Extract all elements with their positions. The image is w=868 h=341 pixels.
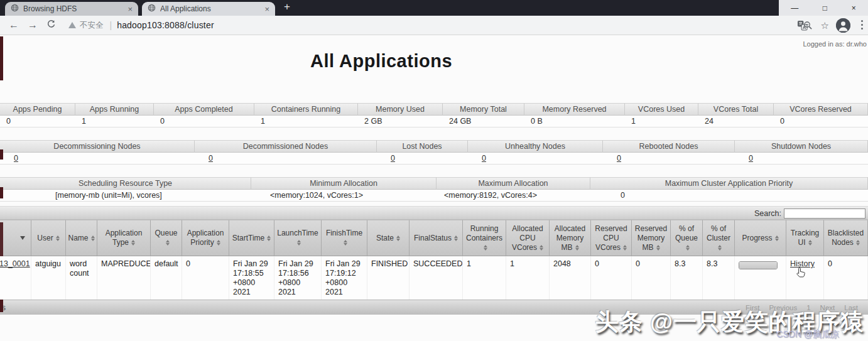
rebooted-nodes-link[interactable]: 0: [617, 154, 621, 163]
sort-icon: [396, 235, 400, 241]
tab-close-icon[interactable]: ×: [127, 5, 133, 13]
logged-in-status: Logged in as: dr.who: [803, 40, 867, 48]
col-tracking-ui[interactable]: Tracking UI: [786, 220, 824, 256]
state-cell: FINISHED: [367, 256, 410, 300]
col-apps-pending: Apps Pending: [0, 103, 75, 116]
tracking-ui-cell: History: [786, 256, 824, 300]
col-name[interactable]: Name: [66, 220, 97, 256]
blacklisted-nodes-cell: 0: [824, 256, 868, 300]
col-id-sorted[interactable]: [0, 220, 31, 256]
col-finalstatus[interactable]: FinalStatus: [410, 220, 463, 256]
col-rebooted-nodes: Rebooted Nodes: [603, 140, 735, 153]
col-application-type[interactable]: Application Type: [97, 220, 151, 256]
col-max-cluster-app-priority: Maximum Cluster Application Priority: [590, 177, 868, 190]
col-reserved-memory-mb[interactable]: Reserved Memory MB: [632, 220, 671, 256]
security-label[interactable]: 不安全: [80, 20, 104, 31]
screen: Browsing HDFS × All Applications × + — □…: [0, 0, 868, 341]
vcores-reserved-value: 0: [774, 116, 868, 127]
shutdown-nodes-link[interactable]: 0: [749, 154, 753, 163]
bookmark-star-icon[interactable]: ☆: [821, 20, 829, 31]
watermark-csdn: CSDN @脑瓜凉: [776, 329, 839, 340]
scheduling-resource-type-value: [memory-mb (unit=Mi), vcores]: [0, 190, 251, 202]
tab-close-icon[interactable]: ×: [264, 5, 269, 13]
apps-completed-value: 0: [154, 116, 254, 127]
user-cell: atguigu: [31, 256, 66, 300]
running-containers-cell: 1: [463, 256, 506, 300]
refresh-icon[interactable]: [46, 19, 56, 31]
cluster-metrics-table: Apps Pending Apps Running Apps Completed…: [0, 103, 868, 127]
col-blacklisted-nodes[interactable]: Blacklisted Nodes: [824, 220, 868, 256]
window-minimize-button[interactable]: —: [791, 4, 798, 12]
sort-icon: [686, 245, 690, 251]
col-starttime[interactable]: StartTime: [229, 220, 274, 256]
maximum-allocation-value: <memory:8192, vCores:4>: [437, 190, 590, 202]
sort-icon: [575, 245, 579, 251]
application-id-link[interactable]: 13_0001: [0, 259, 30, 268]
col-launchtime[interactable]: LaunchTime: [274, 220, 322, 256]
name-cell: word count: [66, 256, 97, 300]
sort-icon: [131, 240, 135, 246]
col-queue[interactable]: Queue: [151, 220, 182, 256]
application-row: 13_0001 atguigu word count MAPREDUCE def…: [0, 256, 868, 300]
zoom-icon[interactable]: [803, 21, 813, 32]
col-memory-reserved: Memory Reserved: [524, 103, 625, 116]
sort-icon: [808, 240, 812, 246]
sort-icon: [56, 235, 60, 241]
applications-table-header: User Name Application Type Queue Applica…: [0, 220, 868, 256]
new-tab-button[interactable]: +: [284, 1, 290, 13]
col-decommissioning-nodes: Decommissioning Nodes: [0, 140, 195, 153]
memory-used-value: 2 GB: [358, 116, 443, 127]
browser-address-bar: ← → 不安全 | hadoop103:8088/cluster ☆: [0, 16, 868, 35]
browser-tab-bar: Browsing HDFS × All Applications × + — □…: [0, 0, 868, 16]
window-close-button[interactable]: ×: [852, 4, 856, 12]
col-memory-used: Memory Used: [358, 103, 443, 116]
col-allocated-memory-mb[interactable]: Allocated Memory MB: [550, 220, 591, 256]
allocated-memory-mb-cell: 2048: [550, 256, 591, 300]
unhealthy-nodes-link[interactable]: 0: [482, 154, 486, 163]
sort-desc-icon: [20, 236, 25, 240]
minimum-allocation-value: <memory:1024, vCores:1>: [251, 190, 437, 202]
pct-of-queue-cell: 8.3: [671, 256, 703, 300]
col-finishtime[interactable]: FinishTime: [322, 220, 367, 256]
decommissioned-nodes-link[interactable]: 0: [209, 154, 213, 163]
back-icon[interactable]: ←: [9, 20, 19, 30]
lost-nodes-link[interactable]: 0: [391, 154, 395, 163]
col-memory-total: Memory Total: [443, 103, 524, 116]
allocated-cpu-vcores-cell: 1: [506, 256, 550, 300]
nodes-header-row: Decommissioning Nodes Decommissioned Nod…: [0, 140, 868, 153]
col-reserved-cpu-vcores[interactable]: Reserved CPU VCores: [591, 220, 632, 256]
search-input[interactable]: [784, 208, 865, 219]
sort-icon: [267, 235, 271, 241]
col-pct-of-cluster[interactable]: % of Cluster: [703, 220, 735, 256]
col-running-containers[interactable]: Running Containers: [463, 220, 506, 256]
tab-browsing-hdfs[interactable]: Browsing HDFS ×: [5, 2, 138, 16]
col-pct-of-queue[interactable]: % of Queue: [671, 220, 703, 256]
profile-avatar[interactable]: [836, 18, 850, 33]
col-decommissioned-nodes: Decommissioned Nodes: [195, 140, 377, 153]
apps-running-value: 1: [75, 116, 154, 127]
queue-cell: default: [151, 256, 182, 300]
sort-icon: [484, 245, 487, 251]
left-crop-mark: [0, 149, 3, 160]
url-text[interactable]: hadoop103:8088/cluster: [117, 20, 214, 30]
starttime-cell: Fri Jan 29 17:18:55 +0800 2021: [229, 256, 274, 300]
sort-icon: [344, 240, 347, 246]
col-application-priority[interactable]: Application Priority: [182, 220, 229, 256]
col-progress[interactable]: Progress: [735, 220, 786, 256]
col-allocated-cpu-vcores[interactable]: Allocated CPU VCores: [506, 220, 550, 256]
col-state[interactable]: State: [367, 220, 410, 256]
col-user[interactable]: User: [31, 220, 66, 256]
tab-all-applications[interactable]: All Applications ×: [142, 2, 275, 16]
col-lost-nodes: Lost Nodes: [377, 140, 468, 153]
scheduler-value-row: [memory-mb (unit=Mi), vcores] <memory:10…: [0, 190, 868, 202]
sort-icon: [166, 240, 170, 246]
progress-bar: [739, 261, 778, 269]
window-maximize-button[interactable]: □: [823, 4, 827, 12]
forward-icon[interactable]: →: [28, 20, 38, 30]
left-crop-mark: [0, 300, 3, 312]
sort-icon: [217, 240, 220, 246]
browser-menu-icon[interactable]: [861, 20, 863, 30]
decommissioning-nodes-link[interactable]: 0: [14, 154, 18, 163]
sort-icon: [775, 235, 779, 241]
left-crop-mark: [0, 187, 3, 198]
